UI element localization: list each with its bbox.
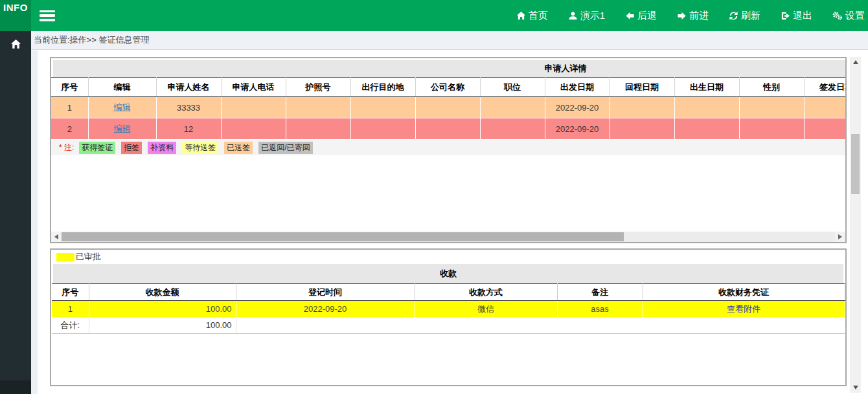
applicant-column-header: 申请人电话: [221, 78, 286, 97]
nav-user[interactable]: 演示1: [568, 10, 605, 22]
applicant-cell: [480, 97, 545, 118]
nav-settings[interactable]: 设置: [832, 10, 865, 22]
horizontal-scrollbar[interactable]: [51, 232, 845, 242]
applicant-details-panel: 申请人详情 序号编辑申请人姓名申请人电话护照号出行目的地公司名称职位出发日期回程…: [50, 57, 847, 243]
applicant-column-header: 申请人姓名: [156, 78, 221, 97]
applicant-cell: 1: [51, 97, 88, 118]
approved-color-swatch: [56, 253, 74, 261]
applicant-cell: [221, 118, 286, 140]
applicant-column-header: 护照号: [286, 78, 350, 97]
top-nav: 首页 演示1 后退 前进 刷新 退出 设置: [516, 10, 868, 22]
vertical-scrollbar[interactable]: [850, 57, 861, 393]
payment-column-header: 收款财务凭证: [643, 284, 845, 301]
total-amount: 100.00: [89, 317, 236, 334]
applicant-column-header: 性别: [739, 78, 804, 97]
applicant-cell: [674, 97, 739, 118]
applicant-cell: 2022-09-20: [545, 97, 610, 118]
payment-total-empty-cell: [236, 317, 415, 334]
applicant-column-header: 签发日期: [804, 78, 847, 97]
content-area: 申请人详情 序号编辑申请人姓名申请人电话护照号出行目的地公司名称职位出发日期回程…: [31, 50, 868, 394]
payment-total-empty-cell: [415, 317, 557, 334]
applicant-cell: [610, 97, 674, 118]
status-legend-badge: 拒签: [121, 142, 142, 154]
breadcrumb-text: 当前位置:操作>> 签证信息管理: [34, 35, 149, 45]
status-legend-badge: 已返回/已寄回: [258, 142, 312, 154]
nav-forward[interactable]: 前进: [677, 10, 709, 22]
applicant-cell: 12: [156, 118, 221, 140]
nav-user-label: 演示1: [580, 10, 605, 22]
view-attachment-link[interactable]: 查看附件: [727, 304, 760, 314]
payment-total-empty-cell: [557, 317, 643, 334]
applicant-cell: [286, 118, 350, 140]
nav-home[interactable]: 首页: [516, 10, 548, 22]
app-logo[interactable]: INFO: [0, 0, 31, 31]
applicant-cell: 2: [51, 118, 88, 140]
applicant-column-header: 编辑: [88, 78, 156, 97]
edit-link[interactable]: 编辑: [114, 124, 131, 133]
home-icon: [10, 39, 21, 50]
scroll-left-arrow-icon[interactable]: [51, 232, 62, 242]
payment-row: 1100.002022-09-20微信asas查看附件: [52, 301, 845, 318]
payment-column-header: 备注: [557, 284, 643, 301]
applicant-cell: [610, 118, 674, 140]
content-left-strip: [31, 50, 38, 394]
breadcrumb: 当前位置:操作>> 签证信息管理: [31, 31, 868, 50]
nav-logout[interactable]: 退出: [781, 10, 812, 22]
applicant-cell: [804, 97, 847, 118]
payment-column-header: 收款金额: [89, 284, 236, 301]
home-icon: [516, 11, 526, 21]
applicant-cell: [415, 118, 480, 140]
status-legend-badge: 等待送签: [182, 142, 218, 154]
nav-settings-label: 设置: [845, 10, 865, 22]
applicant-row: 2编辑122022-09-20: [51, 118, 847, 140]
sidebar-item-home[interactable]: [0, 31, 31, 57]
nav-back-label: 后退: [637, 10, 657, 22]
edit-link[interactable]: 编辑: [114, 102, 131, 112]
vertical-scroll-thumb[interactable]: [851, 134, 860, 194]
scroll-down-arrow-icon[interactable]: [850, 382, 861, 393]
payment-cell: 1: [52, 301, 89, 318]
nav-refresh[interactable]: 刷新: [729, 10, 760, 22]
applicant-cell: 2022-09-20: [545, 118, 610, 140]
payment-cell: 查看附件: [643, 301, 845, 318]
note-label: * 注:: [59, 142, 74, 153]
logout-icon: [781, 11, 790, 21]
applicant-cell: 33333: [156, 97, 221, 118]
payment-cell: 100.00: [89, 301, 236, 318]
scroll-up-arrow-icon[interactable]: [850, 57, 861, 67]
applicant-column-header: 回程日期: [610, 78, 674, 97]
payment-cell: 微信: [415, 301, 557, 318]
applicant-cell: 编辑: [88, 118, 156, 140]
arrow-left-icon: [625, 11, 635, 21]
payment-total-row: 合计:100.00: [52, 317, 845, 334]
arrow-right-icon: [677, 11, 687, 21]
gears-icon: [832, 10, 843, 21]
applicant-column-header: 出发日期: [545, 78, 610, 97]
top-navbar: INFO 首页 演示1 后退 前进 刷新 退出: [0, 0, 868, 31]
horizontal-scroll-thumb[interactable]: [62, 232, 624, 241]
applicant-cell: [674, 118, 739, 140]
approved-label: 已审批: [76, 251, 101, 263]
applicant-row: 1编辑333332022-09-20: [51, 97, 847, 118]
payment-column-header: 登记时间: [236, 284, 415, 301]
applicant-cell: [739, 118, 804, 140]
scroll-right-arrow-icon[interactable]: [835, 232, 845, 242]
sidebar-toggle-icon[interactable]: [40, 10, 55, 21]
applicant-cell: [804, 118, 847, 140]
approved-legend: 已审批: [51, 250, 845, 264]
applicant-column-header: 出行目的地: [350, 78, 415, 97]
nav-back[interactable]: 后退: [625, 10, 657, 22]
payment-cell: asas: [557, 301, 643, 318]
applicant-cell: [415, 97, 480, 118]
nav-logout-label: 退出: [793, 10, 812, 22]
sidebar-footer: [0, 380, 31, 394]
status-legend: * 注: 获得签证拒签补资料等待送签已送签已返回/已寄回: [51, 140, 847, 155]
applicant-table: 序号编辑申请人姓名申请人电话护照号出行目的地公司名称职位出发日期回程日期出生日期…: [51, 77, 847, 140]
nav-forward-label: 前进: [689, 10, 709, 22]
payment-cell: 2022-09-20: [236, 301, 415, 318]
total-label: 合计:: [52, 317, 89, 334]
status-legend-badge: 补资料: [148, 142, 176, 154]
applicant-cell: [350, 118, 415, 140]
payment-table: 序号收款金额登记时间收款方式备注收款财务凭证 1100.002022-09-20…: [52, 283, 845, 334]
applicant-panel-title: 申请人详情: [53, 60, 847, 77]
